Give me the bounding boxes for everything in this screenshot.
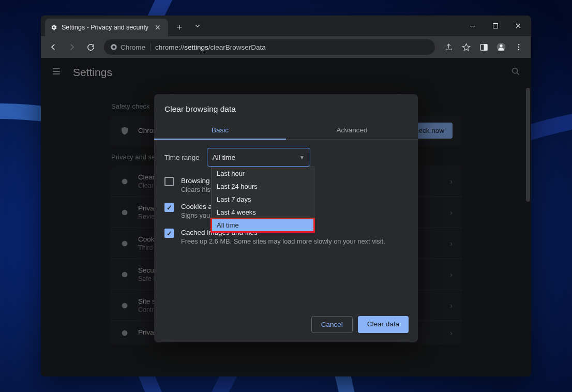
back-button[interactable] — [45, 39, 62, 55]
checkbox[interactable] — [164, 177, 174, 186]
cancel-button[interactable]: Cancel — [311, 316, 353, 333]
browser-tab[interactable]: Settings - Privacy and security ✕ — [45, 19, 168, 36]
svg-point-10 — [518, 49, 519, 50]
time-range-option[interactable]: Last 4 weeks — [212, 206, 314, 219]
side-panel-icon[interactable] — [475, 39, 492, 55]
close-window-button[interactable] — [507, 18, 529, 34]
tab-advanced[interactable]: Advanced — [286, 121, 418, 139]
time-range-option[interactable]: All time — [212, 219, 314, 232]
time-range-option[interactable]: Last 24 hours — [212, 180, 314, 193]
kebab-menu-icon[interactable] — [510, 39, 527, 55]
svg-rect-1 — [493, 24, 498, 28]
address-bar[interactable]: Chrome chrome://settings/clearBrowserDat… — [104, 39, 435, 55]
time-range-value: All time — [213, 154, 235, 161]
tab-basic[interactable]: Basic — [154, 121, 286, 139]
minimize-button[interactable] — [462, 18, 484, 34]
svg-rect-0 — [470, 26, 475, 26]
profile-icon[interactable] — [493, 39, 509, 55]
titlebar: Settings - Privacy and security ✕ + — [41, 16, 531, 36]
chrome-window: Settings - Privacy and security ✕ + Chro… — [41, 16, 531, 376]
time-range-option[interactable]: Last 7 days — [212, 193, 314, 206]
page-content: Settings Safety check Chrome can help ke… — [41, 58, 531, 376]
svg-point-8 — [518, 44, 519, 45]
tab-title: Settings - Privacy and security — [62, 24, 148, 31]
url-text: chrome://settings/clearBrowserData — [155, 43, 266, 51]
svg-point-9 — [518, 47, 519, 48]
maximize-button[interactable] — [485, 18, 506, 34]
clear-browsing-data-dialog: Clear browsing data Basic Advanced Time … — [154, 94, 418, 342]
close-tab-icon[interactable]: ✕ — [153, 22, 163, 33]
dialog-tabs: Basic Advanced — [154, 121, 418, 140]
clear-data-button[interactable]: Clear data — [358, 316, 409, 333]
chrome-origin-chip: Chrome — [110, 43, 151, 51]
reload-button[interactable] — [82, 39, 99, 55]
checkbox[interactable] — [164, 203, 174, 212]
forward-button[interactable] — [64, 39, 80, 55]
bookmark-icon[interactable] — [458, 39, 474, 55]
new-tab-button[interactable]: + — [172, 20, 187, 35]
share-icon[interactable] — [440, 39, 457, 55]
svg-rect-5 — [484, 44, 487, 50]
browser-toolbar: Chrome chrome://settings/clearBrowserDat… — [41, 36, 531, 58]
svg-point-3 — [112, 46, 115, 48]
dialog-title: Clear browsing data — [154, 104, 418, 121]
time-range-label: Time range — [164, 154, 200, 161]
tab-search-icon[interactable] — [187, 18, 208, 34]
chevron-down-icon: ▼ — [299, 155, 305, 160]
checkbox[interactable] — [164, 229, 174, 238]
time-range-dropdown: Last hourLast 24 hoursLast 7 daysLast 4 … — [211, 167, 314, 232]
svg-point-7 — [500, 44, 502, 47]
gear-icon — [50, 24, 57, 31]
time-range-option[interactable]: Last hour — [212, 167, 314, 180]
chrome-chip-label: Chrome — [121, 43, 145, 51]
time-range-select[interactable]: All time ▼ — [207, 148, 310, 167]
